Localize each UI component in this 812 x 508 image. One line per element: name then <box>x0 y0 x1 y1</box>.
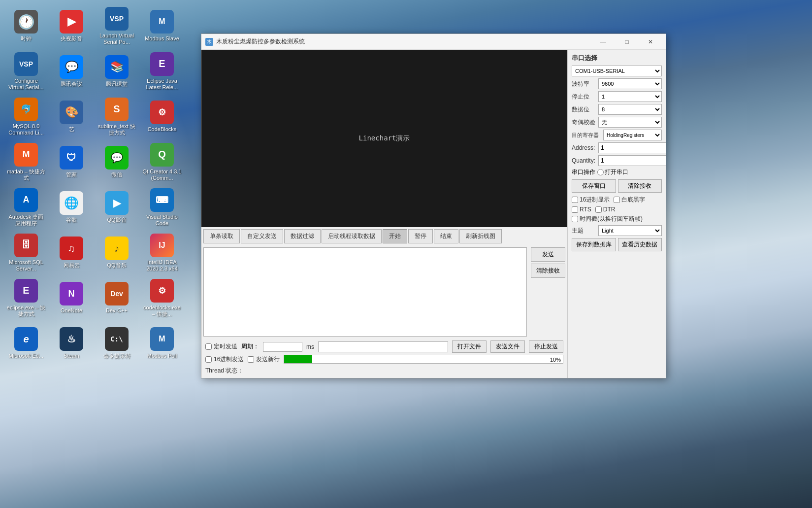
clear-receive-panel-button[interactable]: 清除接收 <box>618 179 662 193</box>
desktop-icon-devcpp[interactable]: Dev Dev-C++ <box>95 276 139 320</box>
start-button[interactable]: 开始 <box>383 229 407 243</box>
period-input[interactable] <box>263 342 302 352</box>
window-controls: — □ ✕ <box>592 34 662 50</box>
receive-textarea[interactable] <box>203 247 527 337</box>
hex-display-checkbox[interactable] <box>572 197 578 203</box>
desktop-icon-chrome[interactable]: 🌐 谷歌 <box>49 185 94 230</box>
parity-select[interactable]: 无 <box>598 117 662 128</box>
desktop-icon-onenote[interactable]: N OneNote <box>49 276 94 320</box>
receive-send-area: 发送 清除接收 <box>201 245 567 339</box>
desktop-icon-vscode[interactable]: ⌨ Visual Studio Code <box>140 185 184 230</box>
hex-send-label[interactable]: 16进制发送 <box>205 355 244 364</box>
window-title: 木质粉尘燃爆防控多参数检测系统 <box>216 37 305 46</box>
open-file-button[interactable]: 打开文件 <box>452 340 487 353</box>
desktop-icon-clock[interactable]: 🕐 时钟 <box>4 4 48 48</box>
open-port-radio-label[interactable]: 打开串口 <box>597 168 628 176</box>
timestamp-label[interactable]: 时间戳(以换行回车断帧) <box>572 215 643 223</box>
desktop-icon-qt[interactable]: Q Qt Creator 4.3.1 (Comm... <box>140 140 184 184</box>
desktop-icon-modbus-poll[interactable]: M Modbus Poll <box>140 321 184 366</box>
ms-label: ms <box>306 343 314 350</box>
timestamp-row: 时间戳(以换行回车断帧) <box>572 215 662 223</box>
quantity-row: Quantity: <box>572 155 662 166</box>
address-input[interactable] <box>598 142 666 153</box>
new-line-checkbox[interactable] <box>248 356 254 363</box>
timestamp-checkbox[interactable] <box>572 216 578 222</box>
stop-send-button[interactable]: 停止发送 <box>529 340 563 353</box>
stop-row: 停止位 1 <box>572 91 662 102</box>
timed-send-checkbox[interactable] <box>205 343 212 350</box>
desktop-icon-intellij[interactable]: IJ IntelliJ IDEA 2020.2.3 x64 <box>140 231 184 275</box>
desktop-icon-eclipse2[interactable]: E eclipse.exe – 快捷方式 <box>4 276 48 320</box>
hex-send-checkbox[interactable] <box>205 356 212 363</box>
desktop-icon-matlab[interactable]: M matlab – 快捷方式 <box>4 140 48 184</box>
desktop-icon-tengxun-class[interactable]: 📚 腾讯课堂 <box>95 49 139 94</box>
hex-send-row: 16进制发送 发送新行 10% <box>205 355 563 364</box>
desktop-icon-qqyinyin[interactable]: ▶ QQ影音 <box>95 185 139 230</box>
maximize-button[interactable]: □ <box>616 34 638 50</box>
hex-display-label[interactable]: 16进制显示 <box>572 196 610 204</box>
save-db-button[interactable]: 保存到数据库 <box>572 238 616 251</box>
desktop-icon-steam[interactable]: ♨ Steam <box>49 321 94 366</box>
end-button[interactable]: 结束 <box>434 229 458 243</box>
desktop-icon-codeblocks2[interactable]: ⚙ codeblocks.exe – 快捷... <box>140 276 184 320</box>
baud-select[interactable]: 9600 <box>598 78 662 89</box>
single-read-button[interactable]: 单条读取 <box>203 229 240 243</box>
hex-display-row: 16进制显示 白底黑字 <box>572 196 662 204</box>
clear-receive-button[interactable]: 清除接收 <box>531 264 565 278</box>
open-port-radio[interactable] <box>597 169 604 175</box>
white-bg-checkbox[interactable] <box>614 197 620 203</box>
custom-send-button[interactable]: 自定义发送 <box>241 229 283 243</box>
minimize-button[interactable]: — <box>592 34 615 50</box>
pause-button[interactable]: 暂停 <box>408 229 433 243</box>
start-thread-button[interactable]: 启动线程读取数据 <box>322 229 382 243</box>
timed-send-row: 定时发送 周期： ms 打开文件 发送文件 停止发送 <box>205 340 563 353</box>
data-row: 数据位 8 <box>572 104 662 115</box>
save-window-button[interactable]: 保存窗口 <box>572 179 616 193</box>
dest-row: 目的寄存器 HoldingRegisters <box>572 130 662 140</box>
stop-select[interactable]: 1 <box>598 91 662 102</box>
desktop-icon-mysql[interactable]: 🐬 MySQL 8.0 Command Li... <box>4 95 48 139</box>
dest-select[interactable]: HoldingRegisters <box>603 130 662 140</box>
desktop-icon-wechat[interactable]: 💬 微信 <box>95 140 139 184</box>
send-file-button[interactable]: 发送文件 <box>490 340 525 353</box>
desktop-icon-configure-vsp[interactable]: VSP Configure Virtual Serial... <box>4 49 48 94</box>
data-filter-button[interactable]: 数据过滤 <box>284 229 321 243</box>
desktop-icon-qqmusic[interactable]: ♪ QQ音乐 <box>95 231 139 275</box>
desktop-icon-mssql[interactable]: 🗄 Microsoft SQL Server... <box>4 231 48 275</box>
desktop-icon-yqyy[interactable]: ▶ 央视影音 <box>49 4 94 48</box>
desktop-icon-autodesk[interactable]: A Autodesk 桌面应用程序 <box>4 185 48 230</box>
window-app-icon: 木 <box>205 38 213 46</box>
window-title-left: 木 木质粉尘燃爆防控多参数检测系统 <box>205 37 305 46</box>
refresh-chart-button[interactable]: 刷新折线图 <box>459 229 502 243</box>
timed-send-label[interactable]: 定时发送 <box>205 342 237 351</box>
desktop-icon-eclipse[interactable]: E Eclipse Java Latest Rele... <box>140 49 184 94</box>
desktop-icon-launch-vsp[interactable]: VSP Launch Virtual Serial Po... <box>95 4 139 48</box>
send-button[interactable]: 发送 <box>531 247 565 262</box>
close-button[interactable]: ✕ <box>639 34 662 50</box>
desktop-icon-msedge[interactable]: e Microsoft Ed... <box>4 321 48 366</box>
desktop-icon-netease[interactable]: ♫ 网易云 <box>49 231 94 275</box>
dtr-label[interactable]: DTR <box>595 206 616 213</box>
rts-label[interactable]: RTS <box>572 206 591 213</box>
desktop-icon-codeblocks[interactable]: ⚙ CodeBlocks <box>140 95 184 139</box>
desktop-icon-tengxun-meet[interactable]: 💬 腾讯会议 <box>49 49 94 94</box>
port-select[interactable]: COM1-USB-SERIAL <box>572 66 662 76</box>
quantity-input[interactable] <box>598 155 666 166</box>
send-text-input[interactable] <box>318 341 448 352</box>
desktop-icon-guanjia[interactable]: 🛡 管家 <box>49 140 94 184</box>
baud-row: 波特率 9600 <box>572 78 662 89</box>
white-bg-label[interactable]: 白底黑字 <box>614 196 645 204</box>
rts-checkbox[interactable] <box>572 206 578 213</box>
desktop-icon-modbus-slave[interactable]: M Modbus Slave <box>140 4 184 48</box>
view-history-button[interactable]: 查看历史数据 <box>618 238 662 251</box>
desktop-icon-cmd[interactable]: C:\ 命令提示符 <box>95 321 139 366</box>
stop-label: 停止位 <box>572 93 596 101</box>
desktop-icons-area: 🕐 时钟 ▶ 央视影音 VSP Launch Virtual Serial Po… <box>0 0 197 508</box>
desktop-icon-yijian[interactable]: 🎨 艺 <box>49 95 94 139</box>
dtr-checkbox[interactable] <box>595 206 602 213</box>
new-line-label[interactable]: 发送新行 <box>248 355 280 364</box>
data-select[interactable]: 8 <box>598 104 662 115</box>
theme-select[interactable]: Light <box>598 225 662 236</box>
desktop-icon-sublime[interactable]: S sublime_text 快捷方式 <box>95 95 139 139</box>
chart-area: Linechart演示 <box>201 50 567 227</box>
